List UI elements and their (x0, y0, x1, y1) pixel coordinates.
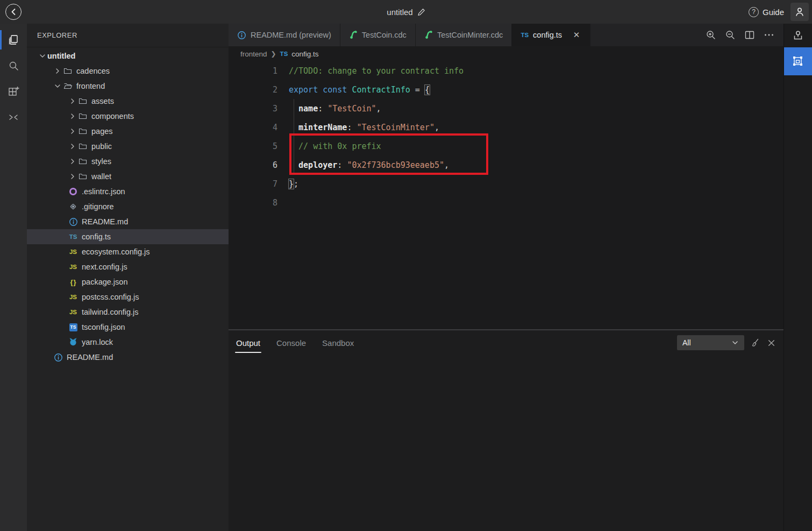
ts-file-icon: TS (280, 51, 288, 57)
rightbar-frame-select[interactable] (784, 47, 812, 75)
panel-tab-console[interactable]: Console (276, 330, 306, 355)
chevron-right-icon (68, 158, 77, 165)
breadcrumb-folder[interactable]: frontend (240, 50, 267, 58)
tree-item-label: ecosystem.config.js (82, 247, 150, 256)
tree-item[interactable]: JSecosystem.config.js (27, 244, 229, 259)
code-line-text: export const ContractInfo = { (277, 85, 430, 95)
tree-item[interactable]: README.md (27, 350, 229, 365)
info-icon (68, 217, 79, 226)
tree-item-label: cadences (76, 67, 110, 75)
avatar[interactable] (790, 3, 809, 21)
tree-item-label: .eslintrc.json (82, 187, 125, 196)
folder-icon (77, 128, 88, 135)
code-line[interactable]: 6 deployer: "0x2f736bcb93eeaeb5", (229, 155, 783, 174)
info-icon (53, 353, 63, 362)
panel-tab-sandbox[interactable]: Sandbox (322, 330, 354, 355)
tree-item-label: yarn.lock (82, 338, 113, 346)
editor-tab[interactable]: README.md (preview) (229, 24, 340, 46)
tree-item[interactable]: TSconfig.ts (27, 229, 229, 244)
code-line[interactable]: 2export const ContractInfo = { (229, 80, 783, 99)
log-filter-dropdown[interactable]: All (677, 335, 744, 350)
log-filter-value: All (682, 338, 691, 347)
explorer-header: EXPLORER (27, 24, 229, 47)
rightbar-marker[interactable] (784, 24, 812, 47)
tree-item[interactable]: pages (27, 124, 229, 139)
file-tree: untitledcadencesfrontendassetscomponents… (27, 47, 229, 365)
clear-console-icon[interactable] (751, 338, 760, 348)
code-line[interactable]: 5 // with 0x prefix (229, 137, 783, 155)
tree-item-label: assets (91, 97, 114, 105)
tree-item[interactable]: public (27, 139, 229, 154)
question-icon: ? (749, 7, 759, 17)
line-number: 4 (229, 123, 277, 132)
chevron-down-icon (53, 82, 62, 90)
tree-item[interactable]: JSnext.config.js (27, 259, 229, 274)
tsconfig-icon: TS (68, 323, 79, 331)
right-toolbar (783, 24, 812, 531)
chevron-down-icon (38, 52, 47, 60)
activitybar-add-panel[interactable] (0, 79, 27, 104)
tree-item[interactable]: components (27, 109, 229, 124)
tree-item[interactable]: JStailwind.config.js (27, 305, 229, 320)
tree-item[interactable]: frontend (27, 79, 229, 94)
tree-item[interactable]: assets (27, 94, 229, 109)
guide-label: Guide (763, 8, 784, 17)
tree-item-label: styles (91, 157, 111, 166)
line-number: 6 (229, 160, 277, 170)
edit-title-icon[interactable] (417, 8, 425, 16)
tab-label: TestCoinMinter.cdc (437, 31, 503, 39)
zoom-out-icon[interactable] (723, 28, 737, 42)
tab-label: README.md (preview) (251, 31, 331, 39)
project-title: untitled (387, 8, 412, 17)
editor-tabbar: README.md (preview)TestCoin.cdcTestCoinM… (229, 24, 783, 46)
breadcrumb-file[interactable]: config.ts (291, 50, 318, 58)
cadence-icon (349, 30, 358, 40)
chevron-right-icon (53, 67, 62, 75)
tree-item[interactable]: { }package.json (27, 274, 229, 289)
ellipsis-icon[interactable] (762, 28, 776, 42)
tree-item[interactable]: cadences (27, 63, 229, 79)
activitybar-files[interactable] (0, 27, 27, 53)
activitybar-search[interactable] (0, 53, 27, 79)
breadcrumb[interactable]: frontend ❯ TS config.ts (229, 46, 783, 61)
code-line[interactable]: 8 (229, 193, 783, 212)
guide-button[interactable]: ? Guide (749, 7, 784, 17)
tab-label: config.ts (533, 31, 562, 39)
code-line[interactable]: 1//TODO: change to your contract info (229, 61, 783, 80)
tree-item[interactable]: JSpostcss.config.js (27, 289, 229, 305)
code-line[interactable]: 4 minterName: "TestCoinMinter", (229, 118, 783, 137)
code-line[interactable]: 7}; (229, 174, 783, 193)
folder-open-icon (62, 82, 73, 90)
tree-item[interactable]: TStsconfig.json (27, 320, 229, 335)
activitybar-collapse[interactable] (0, 104, 27, 130)
person-icon (794, 6, 805, 17)
chevron-right-icon (68, 112, 77, 120)
code-editor[interactable]: 1//TODO: change to your contract info2ex… (229, 61, 783, 329)
tree-item[interactable]: wallet (27, 169, 229, 184)
tree-item-label: components (91, 112, 134, 121)
editor-tab[interactable]: TestCoinMinter.cdc (416, 24, 512, 46)
back-button[interactable] (5, 4, 22, 20)
yarn-icon (68, 338, 79, 346)
chevron-right-icon (68, 97, 77, 105)
js-icon: JS (68, 309, 79, 315)
editor-tab[interactable]: TSconfig.ts✕ (512, 24, 590, 46)
split-editor-icon[interactable] (743, 28, 757, 42)
tree-root[interactable]: untitled (27, 48, 229, 63)
close-tab-icon[interactable]: ✕ (572, 30, 581, 40)
code-line-text: minterName: "TestCoinMinter", (277, 123, 439, 132)
tree-item[interactable]: yarn.lock (27, 335, 229, 350)
topbar: untitled ? Guide (0, 0, 812, 24)
code-line[interactable]: 3 name: "TestCoin", (229, 99, 783, 118)
tree-item[interactable]: .gitignore (27, 199, 229, 214)
braces-icon: { } (68, 278, 79, 286)
close-panel-icon[interactable] (767, 338, 776, 348)
tree-item[interactable]: README.md (27, 214, 229, 229)
arrow-left-icon (9, 8, 18, 16)
folder-icon (77, 97, 88, 105)
editor-tab[interactable]: TestCoin.cdc (340, 24, 416, 46)
tree-item[interactable]: .eslintrc.json (27, 184, 229, 199)
zoom-in-icon[interactable] (704, 28, 718, 42)
tree-item[interactable]: styles (27, 154, 229, 169)
panel-tab-output[interactable]: Output (236, 330, 260, 355)
